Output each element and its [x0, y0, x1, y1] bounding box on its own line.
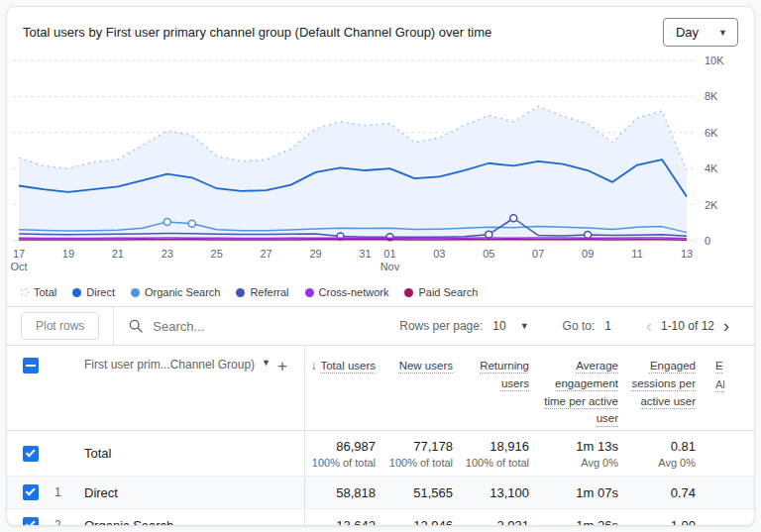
y-axis-tick-label: 6K [705, 127, 718, 139]
cross-network-series-icon [305, 288, 314, 297]
total-users-total: 86,987 [336, 439, 376, 454]
table-header-row: First user prim...Channel Group) ▼ + ↓ T… [7, 346, 754, 431]
table-toolbar: Plot rows Rows per page: 10 ▼ Go to: 1 ‹… [7, 306, 754, 346]
y-axis-tick-label: 8K [705, 90, 718, 102]
go-to-label: Go to: [563, 319, 596, 333]
legend-item-paid-search: Paid Search [404, 286, 478, 298]
add-dimension-button[interactable]: + [277, 358, 287, 374]
row-index: 2 [54, 509, 84, 526]
channel-name: Organic Search [84, 518, 173, 527]
x-axis-tick-label: 07 [532, 248, 544, 260]
table-search [114, 318, 399, 334]
pagination-range: 1-10 of 12 [661, 319, 714, 333]
x-axis-tick-label: 01 [383, 248, 395, 260]
y-axis-tick-label: 2K [705, 199, 718, 211]
y-axis-tick-label: 4K [705, 162, 718, 174]
search-input[interactable] [153, 319, 321, 334]
x-axis-tick-label: 09 [582, 248, 594, 260]
granularity-dropdown[interactable]: Day ▼ [663, 18, 738, 47]
chevron-down-icon: ▼ [718, 28, 727, 38]
dimension-column-header[interactable]: First user prim...Channel Group) ▼ + [84, 346, 304, 430]
series-cross-network-line [19, 238, 687, 239]
column-header-new-users[interactable]: New users [385, 346, 463, 430]
total-series-icon [21, 288, 29, 296]
legend-item-cross-network: Cross-network [305, 286, 389, 298]
x-axis-tick-label: 05 [483, 248, 494, 260]
returning-users-total: 18,916 [489, 439, 529, 454]
organic-search-series-icon [131, 288, 140, 297]
avg-engagement-total: 1m 13s [576, 439, 618, 454]
series-organic-search-marker [188, 220, 195, 227]
totals-label: Total [84, 446, 111, 461]
channel-name: Direct [84, 485, 118, 500]
x-axis-tick-label: 29 [309, 248, 321, 260]
x-axis-tick-label: 03 [433, 248, 445, 260]
referral-series-icon [236, 288, 245, 297]
series-total-area [19, 106, 687, 241]
sort-descending-icon: ↓ [310, 358, 316, 374]
x-axis-month-label: Oct [10, 261, 27, 272]
granularity-value: Day [676, 25, 699, 40]
pagination-controls: Rows per page: 10 ▼ Go to: 1 ‹ 1-10 of 1… [399, 317, 754, 335]
x-axis-tick-label: 25 [211, 248, 223, 260]
report-card: Total users by First user primary channe… [6, 6, 755, 526]
direct-series-icon [72, 288, 81, 297]
chevron-down-icon[interactable]: ▼ [262, 358, 271, 368]
timeseries-chart: 02K4K6K8K10K17Oct1921232527293101Nov0305… [7, 53, 754, 276]
chevron-down-icon: ▼ [520, 321, 529, 331]
next-page-button[interactable]: › [714, 317, 738, 335]
card-header: Total users by First user primary channe… [7, 7, 754, 53]
x-axis-tick-label: 11 [631, 248, 642, 260]
column-header-avg-engagement-time[interactable]: Average engagement time per active user [539, 346, 628, 430]
table-row-1: 1 Direct 58,818 51,565 13,100 1m 07s 0.7… [7, 477, 754, 509]
legend-item-referral: Referral [236, 286, 288, 298]
column-header-total-users[interactable]: ↓ Total users [304, 346, 385, 430]
legend-item-total: Total [21, 286, 56, 298]
x-axis-tick-label: 21 [112, 248, 124, 260]
column-header-event-count-clipped[interactable]: E Al [706, 346, 754, 430]
paid-search-series-icon [404, 288, 413, 297]
legend-item-direct: Direct [72, 286, 115, 298]
y-axis-tick-label: 10K [705, 54, 724, 66]
x-axis-tick-label: 27 [261, 248, 272, 260]
select-all-checkbox[interactable] [23, 358, 39, 373]
column-header-returning-users[interactable]: Returning users [463, 346, 539, 430]
table-row-2: 2 Organic Search 13,642 12,946 2,931 1m … [7, 509, 754, 526]
previous-page-button[interactable]: ‹ [637, 317, 661, 335]
table-row-totals: Total 86,987 100% of total 77,178 100% o… [7, 431, 754, 477]
rows-per-page-label: Rows per page: [399, 319, 483, 333]
x-axis-tick-label: 13 [681, 248, 693, 260]
series-organic-search-marker [163, 218, 170, 225]
y-axis-tick-label: 0 [705, 235, 710, 247]
series-referral-marker [510, 215, 517, 222]
column-header-engaged-sessions[interactable]: Engaged sessions per active user [628, 346, 706, 430]
x-axis-tick-label: 23 [162, 248, 173, 260]
row-checkbox-1[interactable] [23, 484, 39, 500]
row-checkbox-total[interactable] [23, 446, 39, 462]
chart-legend: Total Direct Organic Search Referral Cro… [7, 280, 754, 306]
row-index: 1 [54, 477, 84, 508]
engaged-sessions-total: 0.81 [671, 439, 696, 454]
x-axis-tick-label: 31 [359, 248, 371, 260]
chart-title: Total users by First user primary channe… [23, 25, 491, 40]
row-checkbox-2[interactable] [23, 517, 39, 526]
x-axis-tick-label: 19 [62, 248, 74, 260]
go-to-input[interactable]: 1 [604, 319, 611, 333]
x-axis-month-label: Nov [380, 261, 400, 272]
legend-item-organic-search: Organic Search [131, 286, 220, 298]
plot-rows-button[interactable]: Plot rows [21, 312, 99, 340]
data-table: First user prim...Channel Group) ▼ + ↓ T… [7, 346, 754, 526]
x-axis-tick-label: 17 [13, 248, 25, 260]
rows-per-page-select[interactable]: 10 ▼ [492, 319, 528, 333]
search-icon [128, 318, 144, 334]
new-users-total: 77,178 [413, 439, 453, 454]
series-referral-marker [486, 231, 492, 238]
